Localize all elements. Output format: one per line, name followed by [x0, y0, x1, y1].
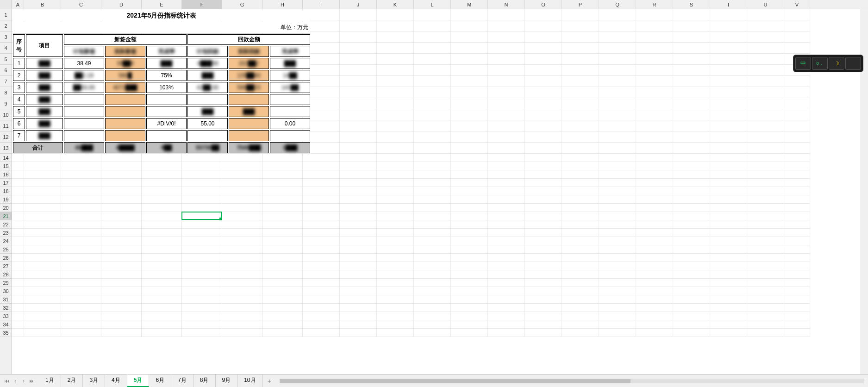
cell[interactable]: 实际回款: [229, 46, 269, 57]
col-header-I[interactable]: I: [303, 0, 340, 9]
total-cell[interactable]: 46███: [64, 142, 104, 153]
data-cell[interactable]: ███: [26, 130, 63, 141]
row-header-6[interactable]: 6: [0, 65, 12, 76]
cell[interactable]: 2021年5月份指标统计表: [13, 10, 310, 21]
total-cell[interactable]: 合计: [13, 142, 63, 153]
ime-toolbar[interactable]: 中 o， ☽: [793, 55, 863, 72]
data-cell[interactable]: ███: [26, 82, 63, 93]
select-all-corner[interactable]: [0, 0, 12, 9]
col-header-S[interactable]: S: [673, 0, 710, 9]
row-header-2[interactable]: 2: [0, 20, 12, 31]
data-cell[interactable]: ███: [26, 118, 63, 129]
ime-extra-button[interactable]: [845, 57, 861, 70]
total-cell[interactable]: 9██: [146, 142, 187, 153]
row-header-4[interactable]: 4: [0, 43, 12, 54]
data-cell[interactable]: 103%: [146, 82, 187, 93]
cell[interactable]: 序号: [13, 34, 25, 57]
col-header-U[interactable]: U: [747, 0, 784, 9]
sheet-tab-3月[interactable]: 3月: [83, 375, 105, 387]
total-cell[interactable]: 55730██: [187, 142, 228, 153]
data-cell[interactable]: [146, 106, 187, 117]
sheet-tab-5月[interactable]: 5月: [127, 375, 150, 387]
col-header-Q[interactable]: Q: [599, 0, 636, 9]
data-cell[interactable]: [105, 106, 145, 117]
row-header-8[interactable]: 8: [0, 87, 12, 98]
row-header-33[interactable]: 33: [0, 312, 12, 320]
col-header-V[interactable]: V: [784, 0, 810, 9]
cell[interactable]: 实际新签: [105, 46, 145, 57]
data-cell[interactable]: 0.00: [270, 118, 310, 129]
row-header-26[interactable]: 26: [0, 254, 12, 262]
data-cell[interactable]: ███: [146, 58, 187, 69]
row-header-9[interactable]: 9: [0, 98, 12, 109]
data-cell[interactable]: 14██: [270, 70, 310, 81]
col-header-A[interactable]: A: [12, 0, 24, 9]
data-cell[interactable]: [146, 130, 187, 141]
ime-moon-button[interactable]: ☽: [829, 57, 844, 70]
row-header-23[interactable]: 23: [0, 229, 12, 237]
row-header-19[interactable]: 19: [0, 195, 12, 204]
data-cell[interactable]: [229, 94, 269, 105]
row-header-5[interactable]: 5: [0, 54, 12, 65]
data-cell[interactable]: 202██2: [229, 58, 269, 69]
cell[interactable]: 新签金额: [64, 34, 187, 45]
row-header-27[interactable]: 27: [0, 262, 12, 270]
col-header-F[interactable]: F: [182, 0, 222, 9]
row-header-18[interactable]: 18: [0, 187, 12, 195]
row-header-24[interactable]: 24: [0, 237, 12, 245]
data-cell[interactable]: ██00.00: [64, 82, 104, 93]
data-cell[interactable]: 135██40: [229, 70, 269, 81]
ime-lang-button[interactable]: 中: [795, 57, 811, 70]
cell[interactable]: 完成率: [270, 46, 310, 57]
data-cell[interactable]: 5: [13, 106, 25, 117]
col-header-L[interactable]: L: [414, 0, 451, 9]
tab-last-icon[interactable]: ⏭: [28, 378, 36, 384]
add-sheet-button[interactable]: +: [263, 375, 276, 387]
data-cell[interactable]: ███: [26, 106, 63, 117]
data-cell[interactable]: 4: [13, 94, 25, 105]
sheet-tab-6月[interactable]: 6月: [149, 375, 171, 387]
sheet-tab-7月[interactable]: 7月: [171, 375, 194, 387]
data-cell[interactable]: ███: [26, 70, 63, 81]
data-cell[interactable]: [229, 130, 269, 141]
row-header-25[interactable]: 25: [0, 245, 12, 254]
total-cell[interactable]: 1███: [270, 142, 310, 153]
col-header-B[interactable]: B: [24, 0, 61, 9]
col-header-M[interactable]: M: [451, 0, 488, 9]
data-cell[interactable]: #DIV/0!: [146, 118, 187, 129]
cell[interactable]: 回款金额: [187, 34, 310, 45]
col-header-R[interactable]: R: [636, 0, 673, 9]
data-cell[interactable]: 1: [13, 58, 25, 69]
data-cell[interactable]: ███: [187, 106, 228, 117]
data-cell[interactable]: ███: [187, 70, 228, 81]
data-cell[interactable]: ██2.19: [64, 70, 104, 81]
col-header-C[interactable]: C: [61, 0, 101, 9]
col-header-O[interactable]: O: [525, 0, 562, 9]
data-cell[interactable]: 4072███: [105, 82, 145, 93]
data-cell[interactable]: [64, 118, 104, 129]
cell[interactable]: 项目: [26, 34, 63, 57]
tab-next-icon[interactable]: ›: [19, 378, 28, 384]
data-cell[interactable]: 38.49: [64, 58, 104, 69]
row-header-10[interactable]: 10: [0, 109, 12, 120]
sheet-tab-9月[interactable]: 9月: [216, 375, 238, 387]
row-header-28[interactable]: 28: [0, 270, 12, 279]
row-header-12[interactable]: 12: [0, 131, 12, 143]
col-header-G[interactable]: G: [222, 0, 262, 9]
data-cell[interactable]: 3: [13, 82, 25, 93]
data-cell[interactable]: [105, 130, 145, 141]
row-header-1[interactable]: 1: [0, 9, 12, 20]
tab-first-icon[interactable]: ⏮: [3, 378, 11, 384]
col-header-N[interactable]: N: [488, 0, 525, 9]
data-cell[interactable]: ███: [270, 58, 310, 69]
col-header-E[interactable]: E: [142, 0, 182, 9]
data-cell[interactable]: ███: [26, 58, 63, 69]
data-cell[interactable]: [187, 130, 228, 141]
cell[interactable]: 计划新签: [64, 46, 104, 57]
data-cell[interactable]: [270, 106, 310, 117]
data-cell[interactable]: [64, 106, 104, 117]
row-header-22[interactable]: 22: [0, 220, 12, 229]
data-cell[interactable]: 598██33: [229, 82, 269, 93]
data-cell[interactable]: [146, 94, 187, 105]
sheet-tab-4月[interactable]: 4月: [105, 375, 127, 387]
